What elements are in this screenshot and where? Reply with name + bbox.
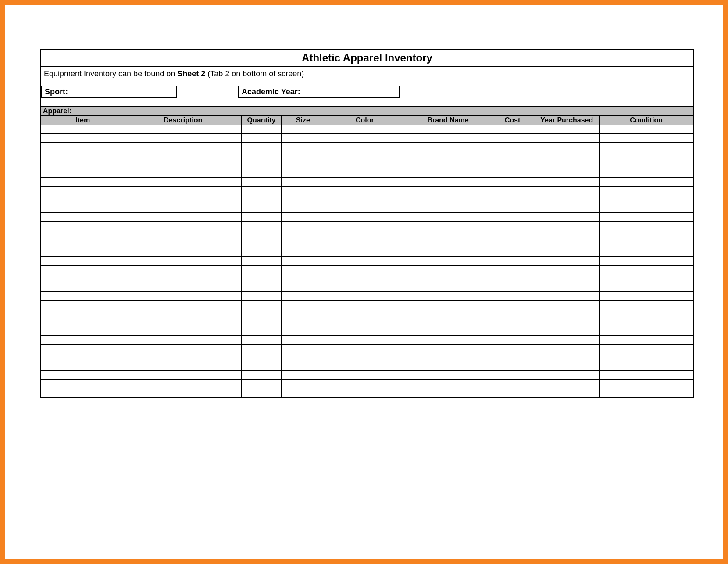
cell[interactable]: [125, 230, 241, 239]
cell[interactable]: [534, 301, 600, 309]
cell[interactable]: [491, 353, 534, 362]
cell[interactable]: [600, 230, 693, 239]
cell[interactable]: [325, 380, 405, 388]
cell[interactable]: [325, 151, 405, 160]
cell[interactable]: [282, 353, 325, 362]
cell[interactable]: [125, 380, 241, 388]
cell[interactable]: [282, 151, 325, 160]
cell[interactable]: [241, 371, 281, 380]
table-row[interactable]: [41, 213, 693, 222]
cell[interactable]: [282, 388, 325, 397]
cell[interactable]: [325, 301, 405, 309]
cell[interactable]: [600, 213, 693, 222]
cell[interactable]: [241, 151, 281, 160]
cell[interactable]: [600, 353, 693, 362]
cell[interactable]: [41, 353, 125, 362]
academic-year-field[interactable]: Academic Year:: [238, 86, 400, 98]
cell[interactable]: [241, 195, 281, 204]
cell[interactable]: [282, 143, 325, 151]
cell[interactable]: [600, 222, 693, 230]
cell[interactable]: [125, 160, 241, 169]
cell[interactable]: [241, 143, 281, 151]
cell[interactable]: [405, 195, 491, 204]
cell[interactable]: [325, 187, 405, 195]
cell[interactable]: [41, 213, 125, 222]
cell[interactable]: [282, 309, 325, 318]
cell[interactable]: [282, 125, 325, 134]
cell[interactable]: [41, 362, 125, 371]
cell[interactable]: [325, 266, 405, 274]
cell[interactable]: [325, 327, 405, 336]
table-row[interactable]: [41, 380, 693, 388]
cell[interactable]: [600, 301, 693, 309]
cell[interactable]: [282, 213, 325, 222]
cell[interactable]: [241, 169, 281, 178]
table-row[interactable]: [41, 222, 693, 230]
table-row[interactable]: [41, 292, 693, 301]
cell[interactable]: [282, 187, 325, 195]
cell[interactable]: [282, 222, 325, 230]
cell[interactable]: [491, 125, 534, 134]
cell[interactable]: [325, 125, 405, 134]
cell[interactable]: [491, 151, 534, 160]
cell[interactable]: [41, 222, 125, 230]
cell[interactable]: [405, 336, 491, 345]
table-row[interactable]: [41, 204, 693, 213]
cell[interactable]: [125, 327, 241, 336]
cell[interactable]: [491, 257, 534, 266]
cell[interactable]: [600, 362, 693, 371]
cell[interactable]: [491, 371, 534, 380]
cell[interactable]: [282, 318, 325, 327]
cell[interactable]: [600, 292, 693, 301]
cell[interactable]: [491, 309, 534, 318]
cell[interactable]: [491, 204, 534, 213]
cell[interactable]: [282, 283, 325, 292]
cell[interactable]: [600, 318, 693, 327]
cell[interactable]: [282, 160, 325, 169]
cell[interactable]: [325, 336, 405, 345]
cell[interactable]: [600, 160, 693, 169]
table-row[interactable]: [41, 336, 693, 345]
cell[interactable]: [600, 187, 693, 195]
cell[interactable]: [325, 388, 405, 397]
cell[interactable]: [600, 248, 693, 257]
cell[interactable]: [491, 178, 534, 187]
cell[interactable]: [41, 169, 125, 178]
table-row[interactable]: [41, 125, 693, 134]
cell[interactable]: [405, 187, 491, 195]
cell[interactable]: [534, 143, 600, 151]
table-row[interactable]: [41, 318, 693, 327]
cell[interactable]: [241, 257, 281, 266]
cell[interactable]: [241, 160, 281, 169]
cell[interactable]: [534, 380, 600, 388]
table-row[interactable]: [41, 309, 693, 318]
table-row[interactable]: [41, 327, 693, 336]
cell[interactable]: [405, 204, 491, 213]
cell[interactable]: [241, 230, 281, 239]
cell[interactable]: [125, 125, 241, 134]
cell[interactable]: [241, 248, 281, 257]
cell[interactable]: [41, 160, 125, 169]
cell[interactable]: [405, 380, 491, 388]
cell[interactable]: [600, 309, 693, 318]
cell[interactable]: [600, 125, 693, 134]
cell[interactable]: [125, 345, 241, 353]
cell[interactable]: [125, 195, 241, 204]
cell[interactable]: [125, 266, 241, 274]
cell[interactable]: [534, 222, 600, 230]
cell[interactable]: [405, 230, 491, 239]
cell[interactable]: [534, 345, 600, 353]
cell[interactable]: [241, 134, 281, 143]
cell[interactable]: [282, 301, 325, 309]
cell[interactable]: [405, 362, 491, 371]
cell[interactable]: [534, 134, 600, 143]
cell[interactable]: [534, 151, 600, 160]
table-row[interactable]: [41, 239, 693, 248]
cell[interactable]: [241, 178, 281, 187]
cell[interactable]: [405, 309, 491, 318]
cell[interactable]: [491, 283, 534, 292]
cell[interactable]: [125, 353, 241, 362]
cell[interactable]: [491, 169, 534, 178]
table-row[interactable]: [41, 371, 693, 380]
cell[interactable]: [325, 353, 405, 362]
